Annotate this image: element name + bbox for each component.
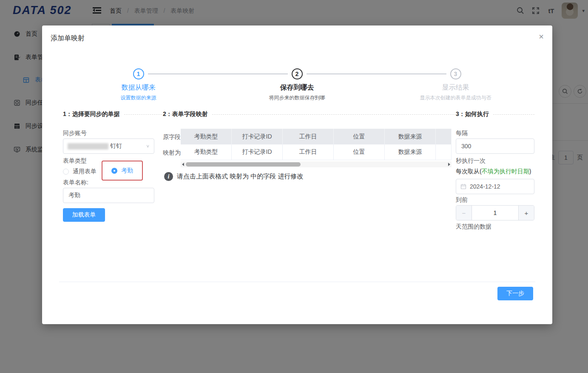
source-col: 位置	[334, 129, 385, 144]
mapped-row-label: 映射为	[163, 149, 182, 157]
source-col: 工作日	[283, 129, 334, 144]
next-step-button[interactable]: 下一步	[497, 287, 533, 300]
scrollbar-thumb[interactable]	[186, 162, 301, 167]
step-1: 1 数据从哪来 设置数据的来源	[59, 68, 218, 102]
days-suffix: 天范围的数据	[456, 223, 491, 231]
masked-account-text	[68, 143, 108, 150]
mapped-cell[interactable]: 数据来源	[385, 144, 436, 160]
step-3-title: 显示结果	[376, 83, 535, 92]
step-3-number: 3	[450, 68, 461, 79]
mapped-cell[interactable]: 打卡记录ID	[232, 144, 283, 160]
source-col: 数据来源	[385, 129, 436, 144]
mapped-cell[interactable]: 位置	[334, 144, 385, 160]
decrease-button[interactable]: −	[456, 206, 472, 220]
step-2-number: 2	[292, 68, 303, 79]
info-icon: i	[164, 172, 173, 181]
form-name-label: 表单名称:	[63, 179, 88, 186]
account-label: 同步账号	[63, 130, 87, 137]
modal-title: 添加单映射	[51, 34, 85, 43]
days-value[interactable]: 1	[472, 206, 518, 220]
radio-checked-icon	[111, 168, 117, 174]
radio-generic-form[interactable]: 通用表单	[63, 168, 97, 175]
days-stepper: − 1 +	[456, 205, 534, 220]
source-col: 考勤类型	[181, 129, 232, 144]
mapped-cell-partial[interactable]	[436, 144, 452, 160]
close-icon[interactable]: ×	[539, 32, 544, 41]
step-1-title: 数据从哪来	[59, 83, 218, 92]
load-form-button[interactable]: 加载表单	[63, 208, 105, 222]
radio-attendance-highlighted[interactable]: 考勤	[102, 161, 143, 181]
interval-label: 每隔	[456, 130, 468, 137]
date-value: 2024-12-12	[470, 183, 500, 190]
step-2-title: 保存到哪去	[218, 83, 376, 92]
form-type-label: 表单类型	[63, 157, 87, 165]
increase-button[interactable]: +	[518, 206, 534, 220]
scroll-left-icon[interactable]	[182, 163, 184, 166]
mapping-hint: i 请点击上面表格式 映射为 中的字段 进行修改	[164, 172, 304, 181]
source-row-label: 原字段	[163, 133, 182, 141]
source-col-partial	[436, 129, 452, 144]
date-picker[interactable]: 2024-12-12	[456, 179, 534, 194]
scroll-right-icon[interactable]	[448, 163, 450, 166]
source-col: 打卡记录ID	[232, 129, 283, 144]
step-3-desc: 显示本次创建的表单是成功与否	[376, 94, 535, 102]
step-1-number: 1	[133, 68, 144, 79]
mapped-cell[interactable]: 工作日	[283, 144, 334, 160]
interval-suffix: 秒执行一次	[456, 157, 486, 165]
interval-input[interactable]	[456, 138, 534, 154]
chevron-down-icon: ∨	[146, 144, 150, 148]
hint-text: 请点击上面表格式 映射为 中的字段 进行修改	[177, 172, 304, 181]
section2-heading: 2：表单字段映射	[163, 110, 458, 118]
add-mapping-modal: 添加单映射 × 1 数据从哪来 设置数据的来源 2 保存到哪去 将同步来的数据保…	[42, 25, 552, 324]
step-1-desc: 设置数据的来源	[59, 94, 218, 102]
calendar-icon	[460, 184, 466, 189]
radio-unchecked-icon	[63, 169, 69, 175]
horizontal-scrollbar[interactable]	[181, 161, 452, 167]
stepper: 1 数据从哪来 设置数据的来源 2 保存到哪去 将同步来的数据保存到哪 3 显示…	[59, 68, 535, 102]
date-from-label: 每次取从(不填为执行时日期)	[456, 168, 531, 175]
footer-divider	[59, 282, 535, 282]
mapped-cell[interactable]: 考勤类型	[181, 144, 232, 160]
app-page: DATA 502 首页 / 表单管理 / 表单映射 tT	[0, 0, 588, 373]
field-mapping-table: 考勤类型 打卡记录ID 工作日 位置 数据来源 考勤类型 打卡记录ID 工作日 …	[181, 129, 452, 160]
account-select[interactable]: 钉钉 ∨	[63, 138, 154, 154]
account-select-value: 钉钉	[110, 142, 122, 150]
form-name-input[interactable]	[63, 188, 154, 203]
section3-heading: 3：如何执行	[456, 110, 534, 118]
step-2-desc: 将同步来的数据保存到哪	[218, 94, 376, 102]
before-label: 到前	[456, 196, 468, 204]
